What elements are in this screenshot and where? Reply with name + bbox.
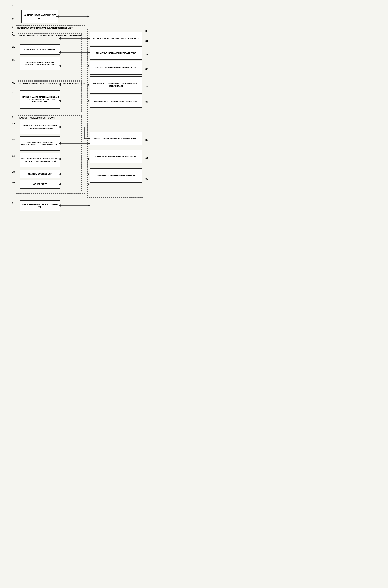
box-hierarchy-macro-change: HIERARCHY MACRO CHANGE LIST INFORMATION … bbox=[90, 76, 142, 94]
label-35: 35 bbox=[12, 122, 15, 125]
label-44: 44 bbox=[12, 138, 15, 141]
terminal-coord-label: TERMINAL COORDINATE CALCULATION CONTROL … bbox=[17, 27, 73, 29]
label-83: 83 bbox=[146, 68, 148, 71]
label-87: 87 bbox=[146, 157, 148, 160]
box-hierarchy-macro-terminal: HIERARCHY MACRO TERMINAL COORDINATE DETE… bbox=[20, 57, 60, 70]
label-84: 84 bbox=[146, 100, 148, 103]
label-54: 54 bbox=[12, 155, 15, 157]
box-top-net-list: TOP NET LIST INFORMATION STORAGE PART bbox=[90, 61, 142, 75]
label-70: 70 bbox=[12, 171, 15, 173]
layout-processing-label: LAYOUT PROCESSING CONTROL UNIT bbox=[19, 117, 56, 119]
box-macro-layout-proc: MACRO LAYOUT PROCESSING PART(SECOND LAYO… bbox=[20, 136, 60, 151]
box-top-layout-proc: TOP LAYOUT PROCESSING PART(FIRST LAYOUT … bbox=[20, 120, 60, 134]
box-various-input: VARIOUS INFORMATION INPUT PART bbox=[21, 10, 58, 23]
label-86: 86 bbox=[146, 139, 148, 141]
box-physical-library: PHYSICAL LIBRARY INFORMATION STORAGE PAR… bbox=[90, 32, 142, 45]
box-macro-net-list: MACRO NET LIST INFORMATION STORAGE PART bbox=[90, 95, 142, 108]
box-top-hierarchy: TOP HIERARCHY CHANGING PART bbox=[20, 44, 60, 55]
box-chip-layout-storage: CHIP LAYOUT INFORMATION STORAGE PART bbox=[90, 150, 142, 164]
label-31: 31 bbox=[12, 59, 15, 61]
second-terminal-label: SECOND TERMINAL COORDINATE CALCULATION P… bbox=[19, 82, 85, 85]
label-85: 85 bbox=[146, 85, 148, 88]
box-other-parts: OTHER PARTS bbox=[20, 180, 60, 189]
box-macro-layout-storage: MACRO LAYOUT INFORMATION STORAGE PART bbox=[90, 132, 142, 145]
first-terminal-label: FIRST TERMINAL COORDINATE CALCULATION PR… bbox=[19, 34, 82, 37]
label-81: 81 bbox=[146, 40, 148, 43]
label-21: 21 bbox=[12, 46, 15, 48]
label-41: 41 bbox=[12, 91, 15, 94]
label-4: 4 bbox=[12, 31, 13, 34]
label-5b: 5b bbox=[12, 82, 15, 85]
label-5a: 5a bbox=[12, 34, 15, 37]
box-hierarchy-macro-adding: HIERARCHY MACRO TERMINAL ADDING AND TERM… bbox=[20, 90, 60, 109]
label-61: 61 bbox=[12, 202, 15, 205]
label-89: 89 bbox=[146, 177, 148, 180]
label-2: 2 bbox=[12, 25, 13, 28]
box-arranged-wiring: ARRANGED WIRING RESULT OUTPUT PART bbox=[20, 200, 60, 211]
label-82: 82 bbox=[146, 53, 148, 56]
box-top-layout-storage: TOP LAYOUT INFORMATION STORAGE PART bbox=[90, 46, 142, 60]
label-1: 1 bbox=[12, 4, 13, 7]
box-info-storage-managing: INFORMATION STORAGE MANAGING PART bbox=[90, 168, 142, 183]
box-central-control: CENTRAL CONTROL UNIT bbox=[20, 170, 60, 178]
label-11: 11 bbox=[12, 18, 15, 21]
label-90: 90 bbox=[12, 181, 15, 184]
label-8: 8 bbox=[146, 30, 147, 32]
label-6: 6 bbox=[12, 116, 13, 119]
box-chip-layout-proc: CHIP LAYOUT CREATION PROCESSING PART (TH… bbox=[20, 153, 60, 167]
